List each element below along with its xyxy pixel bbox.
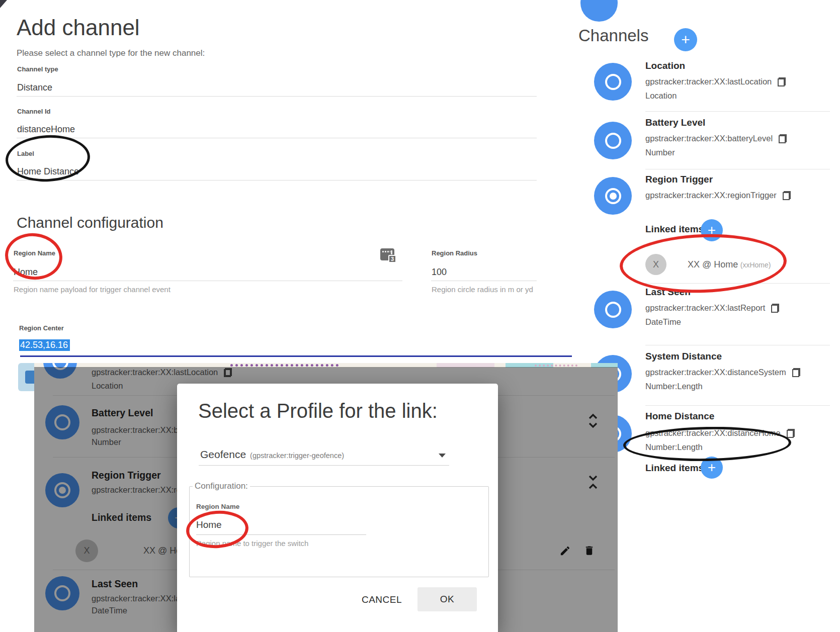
channel-type-underline (17, 96, 537, 97)
scrolled-avatar-partial (580, 0, 618, 22)
dialog-region-name-helper: Region name to trigger the switch (196, 539, 308, 548)
linked-item-avatar: X (645, 254, 666, 275)
configuration-fieldset: Configuration: (189, 481, 489, 577)
copy-icon[interactable] (792, 368, 800, 377)
profile-select-value: Geofence (200, 448, 246, 460)
row-divider (645, 111, 830, 112)
channel-uid: gpstracker:tracker:XX:distanceSystem (645, 368, 786, 377)
keypad-icon[interactable]: 3 (380, 248, 394, 260)
page-subtitle: Please select a channel type for the new… (17, 48, 205, 58)
battery-channel-icon (605, 133, 621, 149)
profile-select-underline (199, 465, 449, 466)
label-field-underline (17, 180, 537, 180)
avatar-letter: X (653, 259, 659, 270)
lastseen-channel-icon (605, 302, 621, 318)
channel-type: Number (645, 148, 675, 157)
channel-id-underline (17, 138, 537, 138)
region-center-input[interactable]: 42.53,16.16 (19, 340, 70, 350)
channel-id-row: gpstracker:tracker:XX:lastReport (645, 303, 779, 313)
copy-icon[interactable] (771, 304, 779, 313)
copy-icon[interactable] (778, 77, 786, 86)
channel-name: Last Seen (645, 287, 691, 298)
plus-icon: + (708, 460, 716, 476)
label-field-input[interactable]: Home Distance (17, 166, 79, 177)
region-radius-label: Region Radius (432, 249, 477, 257)
page-title: Add channel (17, 15, 140, 40)
channel-id-row: gpstracker:tracker:XX:batteryLevel (645, 134, 787, 143)
channel-name: Home Distance (645, 411, 714, 422)
map-label-dots (535, 365, 577, 367)
channel-type: DateTime (645, 317, 681, 327)
linked-item-suffix: (xxHome) (740, 261, 771, 269)
linked-item-row[interactable]: XX @ Home (xxHome) (688, 259, 771, 270)
channel-id-row: gpstracker:tracker:XX:lastLocation (645, 77, 786, 86)
dialog-region-name-underline (196, 534, 366, 535)
channel-uid: gpstracker:tracker:XX:lastReport (645, 303, 765, 313)
region-radius-input[interactable]: 100 (432, 267, 447, 278)
plus-icon: + (681, 31, 690, 48)
configuration-legend: Configuration: (193, 481, 250, 491)
screen: Add channel Please select a channel type… (0, 0, 840, 632)
dialog-region-name-label: Region Name (196, 503, 239, 510)
channel-id-input[interactable]: distanceHome (17, 124, 75, 135)
region-radius-underline (431, 281, 537, 281)
channel-name: Location (645, 60, 685, 71)
region-name-label: Region Name (14, 249, 55, 257)
row-divider (645, 345, 830, 345)
trigger-channel-icon (605, 188, 621, 204)
linked-item-label: XX @ Home (688, 259, 738, 269)
linked-items-heading: Linked items (645, 224, 704, 235)
channel-type: Number:Length (645, 442, 703, 452)
dialog-region-name-input[interactable]: Home (196, 519, 222, 530)
channel-id-row: gpstracker:tracker:XX:regionTrigger (645, 191, 791, 200)
profile-select[interactable]: Geofence(gpstracker:trigger-geofence) (200, 448, 344, 461)
row-divider (645, 283, 830, 284)
channel-name: Battery Level (645, 117, 705, 128)
cancel-button[interactable]: CANCEL (352, 593, 411, 606)
channel-type-label: Channel type (17, 65, 58, 73)
region-name-helper: Region name payload for trigger channel … (14, 285, 171, 294)
channel-id-row: gpstracker:tracker:XX:distanceHome (645, 428, 795, 438)
chevron-down-icon[interactable] (439, 454, 446, 458)
add-channel-button[interactable]: + (674, 28, 697, 51)
location-channel-icon (605, 74, 621, 90)
corner-artifact (0, 0, 7, 8)
channel-uid: gpstracker:tracker:XX:lastLocation (645, 77, 772, 86)
channel-id-label: Channel Id (17, 108, 50, 115)
add-linked-item-button-2[interactable]: + (701, 457, 723, 479)
region-radius-helper: Region circle radius in m or yd (432, 285, 533, 294)
row-divider (645, 405, 830, 406)
label-field-label: Label (17, 150, 34, 157)
channel-avatar-battery (594, 122, 632, 159)
channel-id-row: gpstracker:tracker:XX:distanceSystem (645, 368, 800, 377)
channel-name: Region Trigger (645, 174, 713, 185)
ok-button[interactable]: OK (417, 587, 477, 611)
channel-avatar-region-trigger (594, 177, 632, 215)
region-name-input[interactable]: Home (14, 267, 38, 278)
profile-select-detail: (gpstracker:trigger-geofence) (250, 452, 344, 460)
dialog-title: Select a Profile for the link: (198, 400, 438, 422)
channel-avatar-location (594, 63, 632, 101)
plus-icon: + (708, 222, 716, 238)
copy-icon[interactable] (783, 191, 791, 200)
channel-avatar-last-seen (594, 291, 632, 328)
channel-type: Number:Length (645, 382, 703, 391)
region-name-underline (13, 281, 402, 281)
region-center-label: Region Center (19, 324, 64, 332)
copy-icon[interactable] (779, 134, 787, 143)
channel-type: Location (645, 91, 677, 101)
map-label-dots (230, 364, 339, 367)
channel-type-select[interactable]: Distance (17, 82, 52, 93)
channel-name: System Distance (645, 351, 722, 362)
row-divider (645, 169, 830, 169)
channel-uid: gpstracker:tracker:XX:batteryLevel (645, 134, 773, 143)
selected-text: 42.53,16.16 (19, 339, 70, 351)
copy-icon[interactable] (787, 429, 795, 438)
channel-uid: gpstracker:tracker:XX:distanceHome (645, 428, 781, 438)
config-section-title: Channel configuration (17, 214, 163, 231)
region-center-focus-underline (20, 355, 572, 357)
add-linked-item-button[interactable]: + (701, 219, 723, 241)
channel-uid: gpstracker:tracker:XX:regionTrigger (645, 191, 777, 200)
channels-panel-title: Channels (578, 26, 648, 45)
linked-items-heading-2: Linked items (645, 463, 704, 474)
